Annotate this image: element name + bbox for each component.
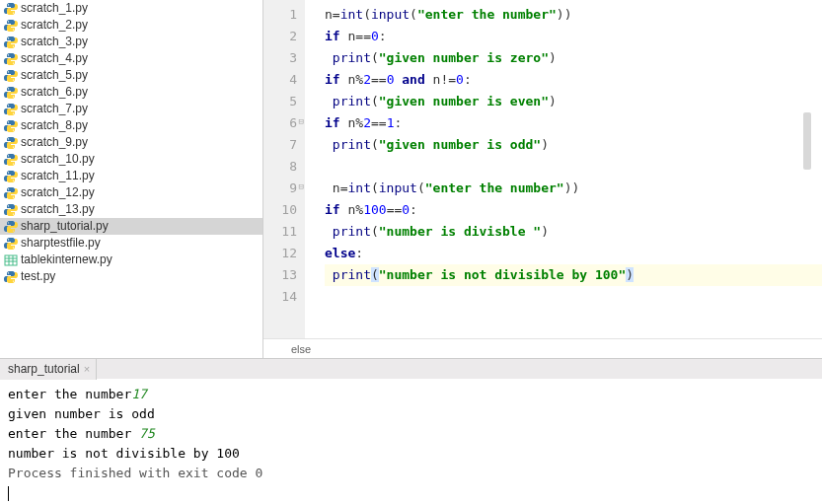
python-icon	[4, 170, 18, 183]
file-label: scratch_12.py	[21, 184, 95, 201]
file-label: scratch_11.py	[21, 168, 95, 184]
python-icon	[4, 86, 18, 100]
file-item-scratch_10-py[interactable]: scratch_10.py	[0, 151, 262, 168]
file-label: test.py	[21, 268, 55, 285]
file-item-scratch_11-py[interactable]: scratch_11.py	[0, 168, 262, 184]
code-editor[interactable]: 12345⊟678⊟91011121314 n=int(input("enter…	[262, 0, 822, 358]
caret-icon	[8, 486, 9, 501]
file-item-sharp_tutorial-py[interactable]: sharp_tutorial.py	[0, 218, 262, 235]
file-item-sharptestfile-py[interactable]: sharptestfile.py	[0, 235, 262, 252]
code-line-2[interactable]: if n==0:	[325, 26, 822, 47]
file-item-scratch_6-py[interactable]: scratch_6.py	[0, 84, 262, 101]
editor-scrollbar[interactable]	[812, 0, 822, 338]
line-number: 3	[263, 47, 297, 69]
console-exit-line: Process finished with exit code 0	[8, 464, 814, 483]
code-line-14[interactable]	[325, 286, 822, 308]
line-number: 14	[263, 286, 297, 308]
python-icon	[4, 203, 18, 217]
file-item-scratch_5-py[interactable]: scratch_5.py	[0, 67, 262, 84]
run-tab-bar: sharp_tutorial ×	[0, 358, 822, 379]
file-item-scratch_8-py[interactable]: scratch_8.py	[0, 117, 262, 134]
code-line-7[interactable]: print("given number is odd")	[325, 134, 822, 156]
code-line-3[interactable]: print("given number is zero")	[325, 47, 822, 69]
code-line-4[interactable]: if n%2==0 and n!=0:	[325, 69, 822, 91]
line-number: 10	[263, 199, 297, 221]
file-item-test-py[interactable]: test.py	[0, 268, 262, 285]
close-icon[interactable]: ×	[84, 363, 90, 375]
code-line-5[interactable]: print("given number is even")	[325, 91, 822, 112]
python-icon	[4, 237, 18, 251]
code-line-13[interactable]: print("number is not divisible by 100")	[325, 264, 822, 286]
line-number: 2	[263, 26, 297, 47]
file-item-scratch_1-py[interactable]: scratch_1.py	[0, 0, 262, 17]
line-number: 8	[263, 156, 297, 178]
line-number: 9	[263, 178, 297, 199]
line-number: 13	[263, 264, 297, 286]
file-label: scratch_5.py	[21, 67, 88, 84]
file-label: scratch_10.py	[21, 151, 95, 168]
python-icon	[4, 103, 18, 116]
code-line-1[interactable]: n=int(input("enter the number"))	[325, 4, 822, 26]
python-icon	[4, 19, 18, 33]
file-label: scratch_7.py	[21, 101, 88, 117]
file-label: scratch_6.py	[21, 84, 88, 101]
svg-rect-0	[5, 255, 17, 265]
console-line: number is not divisible by 100	[8, 444, 814, 464]
python-icon	[4, 2, 18, 16]
file-label: scratch_3.py	[21, 34, 88, 50]
python-icon	[4, 153, 18, 167]
python-icon	[4, 270, 18, 284]
file-item-scratch_13-py[interactable]: scratch_13.py	[0, 201, 262, 218]
console-line: enter the number17	[8, 385, 814, 404]
python-icon	[4, 186, 18, 200]
python-icon	[4, 52, 18, 66]
code-line-8[interactable]	[325, 156, 822, 178]
file-label: sharp_tutorial.py	[21, 218, 109, 235]
line-number: 11	[263, 221, 297, 243]
console-line: enter the number 75	[8, 424, 814, 444]
python-icon	[4, 136, 18, 150]
python-icon	[4, 69, 18, 83]
fold-icon[interactable]: ⊟	[299, 116, 304, 126]
line-number: 4	[263, 69, 297, 91]
file-item-scratch_7-py[interactable]: scratch_7.py	[0, 101, 262, 117]
file-item-scratch_3-py[interactable]: scratch_3.py	[0, 34, 262, 50]
file-item-tablekinternew-py[interactable]: tablekinternew.py	[0, 252, 262, 268]
console-caret-line	[8, 483, 814, 503]
line-number: 6	[263, 112, 297, 134]
file-label: scratch_8.py	[21, 117, 88, 134]
breadcrumb[interactable]: else	[263, 338, 822, 358]
python-icon	[4, 36, 18, 49]
file-item-scratch_2-py[interactable]: scratch_2.py	[0, 17, 262, 34]
python-icon	[4, 119, 18, 133]
line-number: 1	[263, 4, 297, 26]
run-tab-sharp-tutorial[interactable]: sharp_tutorial ×	[0, 359, 97, 380]
code-line-6[interactable]: if n%2==1:	[325, 112, 822, 134]
file-label: scratch_13.py	[21, 201, 95, 218]
file-item-scratch_9-py[interactable]: scratch_9.py	[0, 134, 262, 151]
line-number: 12	[263, 243, 297, 264]
code-line-10[interactable]: if n%100==0:	[325, 199, 822, 221]
python-icon	[4, 220, 18, 234]
file-label: sharptestfile.py	[21, 235, 101, 252]
scroll-marker	[803, 112, 811, 170]
file-label: scratch_1.py	[21, 0, 88, 17]
code-line-11[interactable]: print("number is divisble ")	[325, 221, 822, 243]
file-tree[interactable]: scratch_1.pyscratch_2.pyscratch_3.pyscra…	[0, 0, 262, 358]
line-number: 7	[263, 134, 297, 156]
tab-label: sharp_tutorial	[8, 362, 80, 376]
file-item-scratch_4-py[interactable]: scratch_4.py	[0, 50, 262, 67]
table-icon	[4, 253, 18, 267]
console-output[interactable]: enter the number17 given number is odd e…	[0, 379, 822, 504]
file-item-scratch_12-py[interactable]: scratch_12.py	[0, 184, 262, 201]
file-label: scratch_2.py	[21, 17, 88, 34]
code-area[interactable]: n=int(input("enter the number"))if n==0:…	[305, 0, 822, 312]
file-label: tablekinternew.py	[21, 252, 112, 268]
fold-icon[interactable]: ⊟	[299, 181, 304, 191]
code-line-9[interactable]: n=int(input("enter the number"))	[325, 178, 822, 199]
console-line: given number is odd	[8, 404, 814, 424]
file-label: scratch_4.py	[21, 50, 88, 67]
line-gutter: 12345⊟678⊟91011121314	[263, 0, 305, 338]
line-number: 5	[263, 91, 297, 112]
code-line-12[interactable]: else:	[325, 243, 822, 264]
